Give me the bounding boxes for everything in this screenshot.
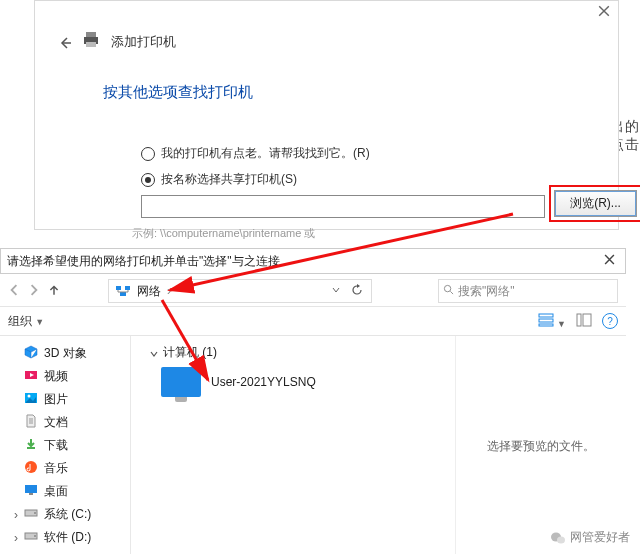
- computer-item[interactable]: User-2021YYLSNQ: [161, 367, 447, 397]
- radio-label: 按名称选择共享打印机(S): [161, 171, 297, 188]
- sidebar-item-disk[interactable]: ›软件 (D:): [0, 526, 130, 549]
- help-icon[interactable]: ?: [602, 313, 618, 329]
- sidebar-item-disk[interactable]: ›系统 (C:): [0, 503, 130, 526]
- sidebar-item-image[interactable]: 图片: [0, 388, 130, 411]
- watermark: 网管爱好者: [550, 529, 630, 546]
- nav-fwd-icon[interactable]: [28, 284, 42, 298]
- cube-icon: [24, 345, 38, 362]
- sidebar-item-label: 音乐: [44, 460, 68, 477]
- doc-icon: [24, 414, 38, 431]
- disk-icon: [24, 506, 38, 523]
- add-printer-dialog: 添加打印机 按其他选项查找打印机 我的打印机有点老。请帮我找到它。(R) 按名称…: [34, 0, 619, 230]
- radio-shared-printer[interactable]: 按名称选择共享打印机(S): [141, 171, 297, 188]
- view-list-icon[interactable]: [576, 313, 592, 330]
- svg-rect-4: [125, 286, 130, 290]
- svg-rect-1: [86, 32, 96, 37]
- file-explorer: 网络 › 搜索"网络" 组织 ▼ ▼ ? 3D 对象视频图片文档下载音乐桌面›系…: [0, 276, 626, 554]
- svg-rect-7: [539, 314, 553, 317]
- group-header-label: 计算机 (1): [163, 344, 217, 361]
- svg-point-6: [444, 285, 450, 291]
- refresh-icon[interactable]: [351, 284, 365, 298]
- download-icon: [24, 437, 38, 454]
- radio-icon: [141, 147, 155, 161]
- sidebar-item-video[interactable]: 视频: [0, 365, 130, 388]
- hint-text: 请选择希望使用的网络打印机并单击"选择"与之连接: [7, 253, 280, 270]
- svg-point-27: [557, 536, 565, 543]
- nav-back-icon[interactable]: [8, 284, 22, 298]
- example-text: 示例: \\computername\printername 或: [132, 226, 315, 241]
- sidebar-item-music[interactable]: 音乐: [0, 457, 130, 480]
- explorer-nav: 网络 › 搜索"网络": [0, 276, 626, 307]
- radio-old-printer[interactable]: 我的打印机有点老。请帮我找到它。(R): [141, 145, 370, 162]
- breadcrumb-label: 网络: [137, 283, 161, 300]
- video-icon: [24, 368, 38, 385]
- explorer-sidebar: 3D 对象视频图片文档下载音乐桌面›系统 (C:)›软件 (D:)›文档 (E:…: [0, 336, 131, 554]
- chevron-right-icon: ›: [167, 284, 171, 298]
- sidebar-item-label: 软件 (D:): [44, 529, 91, 546]
- printer-icon: [81, 31, 101, 52]
- sidebar-item-label: 图片: [44, 391, 68, 408]
- music-icon: [24, 460, 38, 477]
- dialog-subtitle: 按其他选项查找打印机: [103, 83, 253, 102]
- svg-rect-8: [539, 319, 553, 322]
- sidebar-item-label: 下载: [44, 437, 68, 454]
- network-icon: [115, 285, 131, 297]
- network-printer-hint: 请选择希望使用的网络打印机并单击"选择"与之连接: [0, 248, 626, 274]
- watermark-text: 网管爱好者: [570, 529, 630, 546]
- svg-rect-2: [86, 42, 96, 47]
- search-placeholder: 搜索"网络": [458, 283, 515, 300]
- sidebar-item-cube[interactable]: 3D 对象: [0, 342, 130, 365]
- sidebar-item-desktop[interactable]: 桌面: [0, 480, 130, 503]
- svg-rect-11: [583, 314, 591, 326]
- svg-rect-9: [539, 324, 553, 326]
- explorer-toolbar: 组织 ▼ ▼ ?: [0, 307, 626, 336]
- explorer-content: 计算机 (1) User-2021YYLSNQ: [131, 336, 455, 554]
- sidebar-item-label: 桌面: [44, 483, 68, 500]
- breadcrumb-dropdown-icon[interactable]: [331, 284, 345, 298]
- breadcrumb[interactable]: 网络 ›: [108, 279, 372, 303]
- group-header-computers[interactable]: 计算机 (1): [149, 344, 447, 361]
- sidebar-item-download[interactable]: 下载: [0, 434, 130, 457]
- sidebar-item-disk[interactable]: ›文档 (E:): [0, 549, 130, 554]
- printer-path-input[interactable]: [141, 195, 545, 218]
- svg-rect-17: [29, 493, 33, 495]
- svg-point-19: [34, 512, 36, 514]
- computer-name: User-2021YYLSNQ: [211, 375, 316, 389]
- browse-button[interactable]: 浏览(R)...: [554, 190, 637, 217]
- back-arrow-icon[interactable]: [57, 35, 71, 49]
- nav-up-icon[interactable]: [48, 284, 62, 298]
- search-input[interactable]: 搜索"网络": [438, 279, 618, 303]
- search-icon: [443, 284, 454, 298]
- svg-rect-16: [25, 485, 37, 493]
- radio-label: 我的打印机有点老。请帮我找到它。(R): [161, 145, 370, 162]
- disk-icon: [24, 529, 38, 546]
- view-small-icon[interactable]: ▼: [538, 313, 566, 330]
- browse-highlight: 浏览(R)...: [549, 185, 640, 222]
- svg-rect-3: [116, 286, 121, 290]
- svg-point-15: [25, 461, 37, 473]
- image-icon: [24, 391, 38, 408]
- svg-rect-10: [577, 314, 581, 326]
- svg-point-21: [34, 535, 36, 537]
- wechat-icon: [550, 531, 566, 545]
- expand-icon: ›: [10, 531, 18, 545]
- svg-point-14: [28, 395, 31, 398]
- close-hint-icon[interactable]: [604, 254, 615, 268]
- sidebar-item-label: 系统 (C:): [44, 506, 91, 523]
- sidebar-item-doc[interactable]: 文档: [0, 411, 130, 434]
- preview-pane: 选择要预览的文件。: [455, 336, 626, 554]
- sidebar-item-label: 视频: [44, 368, 68, 385]
- expand-icon: ›: [10, 508, 18, 522]
- preview-message: 选择要预览的文件。: [487, 438, 595, 455]
- desktop-icon: [24, 483, 38, 500]
- radio-icon: [141, 173, 155, 187]
- svg-rect-5: [120, 292, 126, 296]
- chevron-down-icon: [149, 348, 159, 358]
- toolbar-organize[interactable]: 组织 ▼: [8, 313, 44, 330]
- sidebar-item-label: 3D 对象: [44, 345, 87, 362]
- computer-icon: [161, 367, 201, 397]
- close-icon[interactable]: [598, 5, 612, 19]
- dialog-title: 添加打印机: [111, 33, 176, 51]
- sidebar-item-label: 文档: [44, 414, 68, 431]
